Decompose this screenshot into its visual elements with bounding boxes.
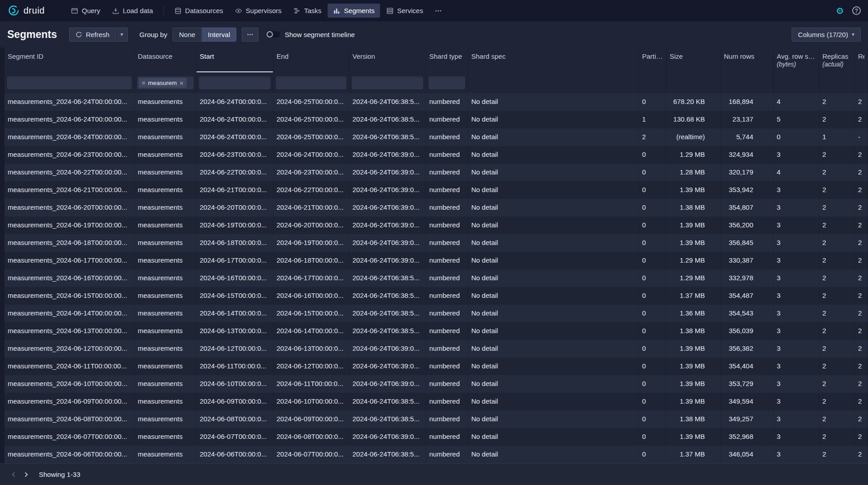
table-row[interactable]: measurements_2024-06-19T00:00:00... meas…: [5, 217, 868, 234]
cell-start: 2024-06-16T00:00:0...: [197, 269, 273, 287]
cell-version: 2024-06-24T06:39:0...: [349, 181, 426, 199]
col-header-num-rows[interactable]: Num rows: [721, 47, 774, 72]
cell-shard-type: numbered: [426, 164, 468, 181]
table-row[interactable]: measurements_2024-06-07T00:00:00... meas…: [5, 428, 868, 446]
remove-filter-icon[interactable]: ×: [179, 80, 183, 86]
previous-page-button[interactable]: [7, 468, 20, 481]
table-row[interactable]: measurements_2024-06-13T00:00:00... meas…: [5, 322, 868, 340]
table-row[interactable]: measurements_2024-06-23T00:00:00... meas…: [5, 146, 868, 164]
refresh-interval-dropdown-button[interactable]: ▾: [116, 28, 127, 42]
group-by-none-button[interactable]: None: [173, 28, 202, 42]
table-row[interactable]: measurements_2024-06-20T00:00:00... meas…: [5, 199, 868, 217]
refresh-button[interactable]: Refresh: [69, 28, 116, 42]
nav-item-more[interactable]: [429, 4, 447, 18]
cell-shard-spec: No detail: [468, 446, 639, 463]
table-row[interactable]: measurements_2024-06-06T00:00:00... meas…: [5, 446, 868, 463]
gear-icon[interactable]: ⚙: [836, 6, 844, 15]
query-icon: [71, 7, 78, 14]
col-header-avg-row-size[interactable]: Avg. row size(bytes): [774, 47, 819, 72]
cell-replication-factor: 2: [855, 375, 868, 393]
nav-item-query[interactable]: Query: [66, 4, 106, 18]
col-header-shard-spec[interactable]: Shard spec: [468, 47, 639, 72]
start-filter-input[interactable]: [199, 76, 270, 89]
table-row[interactable]: measurements_2024-06-08T00:00:00... meas…: [5, 410, 868, 428]
table-row[interactable]: measurements_2024-06-22T00:00:00... meas…: [5, 164, 868, 181]
group-by-interval-button[interactable]: Interval: [202, 28, 236, 42]
cell-avg-row-size: 3: [774, 252, 819, 269]
columns-dropdown-button[interactable]: Columns (17/20) ▾: [792, 28, 861, 42]
table-row[interactable]: measurements_2024-06-11T00:00:00... meas…: [5, 358, 868, 375]
cell-size: 1.39 MB: [666, 393, 721, 410]
table-row[interactable]: measurements_2024-06-15T00:00:00... meas…: [5, 287, 868, 305]
cell-avg-row-size: 3: [774, 446, 819, 463]
segment-timeline-switch[interactable]: [267, 31, 280, 38]
datasources-icon: [174, 7, 182, 14]
table-row[interactable]: measurements_2024-06-21T00:00:00... meas…: [5, 181, 868, 199]
filter-cell-version: [349, 72, 426, 93]
col-header-start[interactable]: Start: [197, 47, 273, 72]
cell-partition: 0: [639, 164, 666, 181]
col-header-shard-type[interactable]: Shard type: [426, 47, 468, 72]
cell-segment-id: measurements_2024-06-24T00:00:00...: [5, 128, 135, 146]
table-row[interactable]: measurements_2024-06-24T00:00:00... meas…: [5, 93, 868, 111]
table-row[interactable]: measurements_2024-06-18T00:00:00... meas…: [5, 234, 868, 252]
table-row[interactable]: measurements_2024-06-24T00:00:00... meas…: [5, 111, 868, 128]
cell-avg-row-size: 3: [774, 199, 819, 217]
table-row[interactable]: measurements_2024-06-17T00:00:00... meas…: [5, 252, 868, 269]
datasource-filter-input[interactable]: ≡ measurem ×: [137, 76, 193, 89]
cell-shard-type: numbered: [426, 93, 468, 111]
cell-replicas: 2: [819, 146, 855, 164]
nav-item-tasks[interactable]: Tasks: [288, 4, 327, 18]
end-filter-input[interactable]: [276, 76, 346, 89]
table-row[interactable]: measurements_2024-06-10T00:00:00... meas…: [5, 375, 868, 393]
cell-start: 2024-06-12T00:00:0...: [197, 340, 273, 358]
col-header-segment-id[interactable]: Segment ID: [5, 47, 135, 72]
table-row[interactable]: measurements_2024-06-12T00:00:00... meas…: [5, 340, 868, 358]
brand[interactable]: druid: [7, 5, 45, 17]
cell-avg-row-size: 3: [774, 181, 819, 199]
nav-item-services[interactable]: Services: [381, 4, 429, 18]
nav-item-segments[interactable]: Segments: [328, 4, 380, 18]
help-icon[interactable]: ?: [852, 6, 861, 15]
more-options-button[interactable]: [242, 28, 258, 42]
nav-item-label: Query: [82, 7, 100, 14]
nav-item-label: Datasources: [185, 7, 223, 14]
table-row[interactable]: measurements_2024-06-24T00:00:00... meas…: [5, 128, 868, 146]
col-header-size[interactable]: Size: [666, 47, 721, 72]
shard-type-filter-input[interactable]: [429, 76, 465, 89]
table-row[interactable]: measurements_2024-06-14T00:00:00... meas…: [5, 305, 868, 322]
nav-item-supervisors[interactable]: Supervisors: [230, 4, 287, 18]
cell-replicas: 2: [819, 164, 855, 181]
nav-item-label: Supervisors: [246, 7, 282, 14]
col-header-end[interactable]: End: [273, 47, 349, 72]
cell-version: 2024-06-24T06:38:5...: [349, 269, 426, 287]
cell-start: 2024-06-22T00:00:0...: [197, 164, 273, 181]
cell-partition: 0: [639, 446, 666, 463]
cell-replicas: 2: [819, 322, 855, 340]
nav-item-datasources[interactable]: Datasources: [169, 4, 229, 18]
cell-segment-id: measurements_2024-06-12T00:00:00...: [5, 340, 135, 358]
cell-avg-row-size: 3: [774, 217, 819, 234]
cell-shard-spec: No detail: [468, 128, 639, 146]
col-header-replication-factor[interactable]: Replication factor: [855, 47, 868, 72]
cell-partition: 0: [639, 269, 666, 287]
cell-segment-id: measurements_2024-06-15T00:00:00...: [5, 287, 135, 305]
cell-datasource: measurements: [135, 410, 197, 428]
group-by-segmented-control: None Interval: [173, 28, 236, 42]
nav-item-load-data[interactable]: Load data: [107, 4, 159, 18]
cell-datasource: measurements: [135, 217, 197, 234]
version-filter-input[interactable]: [352, 76, 423, 89]
col-header-datasource[interactable]: Datasource: [135, 47, 197, 72]
segment-id-filter-input[interactable]: [7, 76, 131, 89]
col-header-partition[interactable]: Partition: [639, 47, 666, 72]
col-header-version[interactable]: Version: [349, 47, 426, 72]
table-row[interactable]: measurements_2024-06-16T00:00:00... meas…: [5, 269, 868, 287]
filter-cell-empty: [666, 72, 721, 93]
cell-segment-id: measurements_2024-06-22T00:00:00...: [5, 164, 135, 181]
col-header-replicas[interactable]: Replicas(actual): [819, 47, 855, 72]
next-page-button[interactable]: [20, 468, 33, 481]
cell-replicas: 2: [819, 199, 855, 217]
table-row[interactable]: measurements_2024-06-09T00:00:00... meas…: [5, 393, 868, 410]
cell-start: 2024-06-19T00:00:0...: [197, 217, 273, 234]
cell-partition: 0: [639, 287, 666, 305]
